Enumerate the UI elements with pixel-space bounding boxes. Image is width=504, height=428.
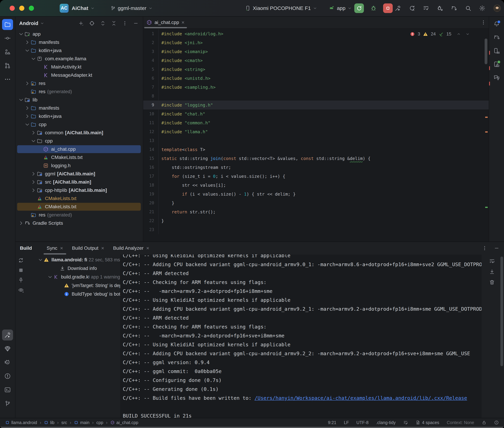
breadcrumb-lib[interactable]: lib (44, 420, 54, 425)
chevron-right-icon[interactable] (24, 39, 31, 46)
build-tree-item[interactable]: Download info (26, 264, 120, 273)
build-tab-sync[interactable]: Sync× (42, 242, 68, 255)
zoom-window-button[interactable] (29, 6, 34, 11)
line-number[interactable]: 7 (143, 85, 158, 90)
options-icon[interactable] (122, 20, 128, 26)
branch-selector[interactable]: ggml-master (110, 5, 153, 11)
clang-tidy[interactable]: .clang-tidy (376, 420, 396, 425)
chevron-down-icon[interactable] (24, 121, 31, 128)
line-number[interactable]: 1 (143, 31, 158, 36)
tree-item-gradle-scripts[interactable]: Gradle Scripts (16, 219, 143, 227)
line-number[interactable]: 14 (143, 147, 158, 152)
tree-item-com-example-llama[interactable]: com.example.llama (16, 55, 143, 63)
close-window-button[interactable] (10, 6, 15, 11)
stripe-warning-mark[interactable] (485, 131, 488, 132)
expand-all-icon[interactable] (100, 20, 106, 26)
search-icon[interactable] (465, 5, 471, 11)
settings-icon[interactable] (479, 5, 486, 11)
chevron-down-icon[interactable] (37, 257, 43, 263)
tree-item-mainactivity-kt[interactable]: MainActivity.kt (16, 63, 143, 71)
chevron-down-icon[interactable] (30, 138, 37, 144)
line-number[interactable]: 9 (143, 103, 158, 107)
chevron-right-icon[interactable] (18, 220, 24, 226)
tool-running-devices[interactable] (491, 59, 502, 70)
chevron-right-icon[interactable] (30, 130, 37, 136)
run-configuration-selector[interactable]: app (328, 5, 352, 11)
build-icon[interactable] (395, 5, 401, 11)
tool-structure[interactable] (2, 46, 13, 57)
project-selector[interactable]: AiChat (72, 5, 95, 11)
inspections-indicator-icon[interactable] (494, 420, 499, 425)
tree-item-cmakelists-txt[interactable]: CMakeLists.txt (16, 194, 143, 203)
stop-button[interactable] (383, 3, 393, 13)
lock-icon[interactable] (482, 420, 487, 425)
tree-item-src[interactable]: src[AiChat.lib.main] (16, 178, 143, 186)
breadcrumb-src[interactable]: src (61, 420, 67, 425)
gradle-sync-icon[interactable] (451, 5, 457, 11)
profiler-icon[interactable] (423, 5, 429, 11)
tab-ai-chat-cpp[interactable]: C ai_chat.cpp × (143, 16, 189, 28)
chevron-right-icon[interactable] (30, 171, 37, 177)
line-number[interactable]: 20 (143, 201, 158, 205)
tree-item-res[interactable]: res (16, 79, 143, 88)
build-panel-title[interactable]: Build (20, 246, 32, 251)
line-number[interactable]: 6 (143, 76, 158, 81)
tree-item-cpp[interactable]: cpp (16, 137, 143, 145)
context[interactable]: Context: None (447, 420, 474, 425)
hide-build-panel-icon[interactable] (494, 245, 500, 251)
apply-changes-icon[interactable]: A (409, 5, 415, 11)
tree-item-common[interactable]: common[AiChat.lib.main] (16, 129, 143, 137)
chevron-down-icon[interactable] (18, 97, 24, 103)
breadcrumb-cpp[interactable]: cpp (96, 420, 103, 425)
line-number[interactable]: 2 (143, 40, 158, 45)
tree-item-kotlin-java[interactable]: kotlin+java (16, 46, 143, 55)
tree-item-manifests[interactable]: manifests (16, 104, 143, 112)
chevron-down-icon[interactable] (24, 47, 31, 54)
soft-wrap-icon[interactable] (489, 258, 495, 264)
minimize-window-button[interactable] (19, 6, 24, 11)
tool-logcat[interactable] (2, 357, 13, 368)
build-tab-build-output[interactable]: Build Output× (68, 242, 109, 255)
chevron-right-icon[interactable] (30, 187, 37, 194)
locate-icon[interactable] (89, 20, 95, 26)
build-tree-item[interactable]: build.gradle.ktsapp 1 warning (26, 273, 120, 281)
line-number[interactable]: 5 (143, 67, 158, 72)
tree-item-ai-chat-cpp[interactable]: Cai_chat.cpp (16, 145, 143, 153)
tree-item-cmakelists-txt[interactable]: CMakeLists.txt (16, 203, 143, 211)
line-number[interactable]: 17 (143, 174, 158, 179)
line-number[interactable]: 22 (143, 218, 158, 223)
collapse-all-icon[interactable] (111, 20, 117, 26)
stripe-warning-mark[interactable] (485, 117, 488, 118)
build-options-icon[interactable] (482, 245, 487, 251)
line-number[interactable]: 21 (143, 209, 158, 214)
tree-item-cpp-httplib[interactable]: cpp-httplib[AiChat.lib.main] (16, 186, 143, 194)
tree-item-cpp[interactable]: cpp (16, 120, 143, 129)
line-number[interactable]: 4 (143, 58, 158, 63)
tree-item-res[interactable]: res(generated) (16, 88, 143, 96)
line-number[interactable]: 8 (143, 94, 158, 99)
build-tree-item[interactable]: 'jvmTarget: String' is deprec (26, 281, 120, 290)
caret-position[interactable]: 9:21 (328, 420, 336, 425)
tool-app-quality-insights[interactable] (2, 343, 13, 354)
tool-build[interactable] (2, 329, 13, 340)
tree-item-app[interactable]: app (16, 30, 143, 38)
tool-commit[interactable] (2, 33, 13, 44)
close-tab-icon[interactable]: × (181, 19, 185, 25)
chevron-right-icon[interactable] (30, 179, 37, 185)
line-number[interactable]: 19 (143, 192, 158, 197)
console-scrollbar[interactable] (500, 256, 503, 366)
breadcrumb-llama-android[interactable]: llama.android (5, 420, 37, 425)
line-number[interactable]: 10 (143, 112, 158, 116)
chevron-down-icon[interactable] (47, 274, 53, 280)
inspections-widget[interactable]: 3 24 15 (410, 31, 470, 37)
tool-notifications[interactable] (491, 19, 502, 30)
editor-options-icon[interactable] (480, 19, 486, 25)
line-number[interactable]: 12 (143, 129, 158, 134)
tool-version-control[interactable] (2, 398, 13, 409)
tree-item-res[interactable]: res(generated) (16, 211, 143, 219)
editor-scrollbar[interactable] (485, 39, 487, 64)
line-number[interactable]: 23 (143, 227, 158, 232)
line-number[interactable]: 15 (143, 156, 158, 161)
scroll-to-end-icon[interactable] (489, 269, 495, 275)
breadcrumb-main[interactable]: main (74, 420, 89, 425)
